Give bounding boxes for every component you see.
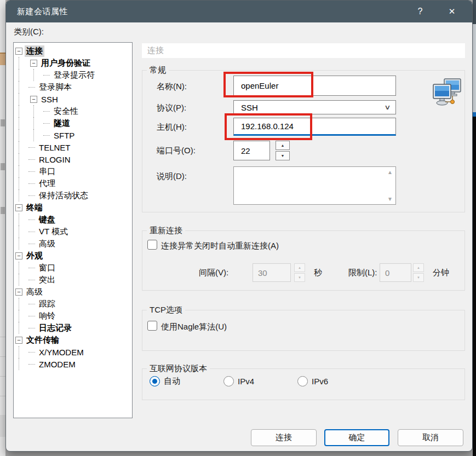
tree-branch-line [28,328,35,328]
tree-branch-line [28,183,35,184]
tree-item[interactable]: 响铃 [14,310,132,322]
ip-radio-IPv6[interactable]: IPv6 [297,376,371,386]
tree-item[interactable]: −用户身份验证 [14,57,132,69]
tree-guide-line [19,69,28,81]
category-label: 类别(C): [14,27,44,37]
description-label: 说明(D): [157,171,187,182]
tree-branch-line [28,268,35,268]
auto-reconnect-checkbox[interactable] [147,240,157,250]
scroll-up-icon[interactable]: ▲ [387,169,393,175]
tree-item[interactable]: TELNET [14,141,132,153]
tree-item[interactable]: 登录脚本 [14,81,132,93]
tree-item[interactable]: −文件传输 [14,334,132,346]
tree-item-label: 高级 [37,238,57,250]
tree-guide-line [19,105,28,117]
background-window-left-edge [0,0,5,456]
tree-branch-line [28,147,35,148]
tree-item-label: 终端 [25,202,44,213]
tree-collapse-icon[interactable]: − [15,48,22,55]
tree-branch-line [28,232,35,232]
connect-button[interactable]: 连接 [251,429,317,446]
tree-item[interactable]: ZMODEM [14,358,132,370]
limit-spin-up-icon: ▲ [413,263,424,272]
limit-spin-down-icon: ▼ [413,273,424,282]
group-reconnect-legend: 重新连接 [147,226,185,236]
host-label: 主机(H): [157,122,187,132]
tree-item[interactable]: 日志记录 [14,322,132,334]
tree-item[interactable]: SFTP [14,129,132,141]
port-spin-down-icon[interactable]: ▼ [276,151,290,160]
tree-item[interactable]: −连接 [14,45,132,57]
tree-item[interactable]: X/YMODEM [14,346,132,358]
tree-item[interactable]: −外观 [14,250,132,262]
port-spin-up-icon[interactable]: ▲ [276,141,290,150]
ip-radio-自动[interactable]: 自动 [150,376,223,386]
radio-icon[interactable] [297,376,308,386]
tree-item[interactable]: −高级 [14,286,132,298]
group-tcp-legend: TCP选项 [147,305,185,315]
dialog-titlebar[interactable]: 新建会话属性 ? ✕ [6,1,472,22]
tree-item[interactable]: 窗口 [14,262,132,274]
tree-item[interactable]: −SSH [14,93,132,105]
tree-item-label: 串口 [37,166,57,177]
protocol-select[interactable]: SSH ∨ [233,100,396,114]
ok-button[interactable]: 确定 [324,429,389,446]
scroll-down-icon[interactable]: ▼ [387,196,393,202]
tree-item[interactable]: 隧道 [14,117,132,129]
tree-item[interactable]: RLOGIN [14,153,132,165]
help-icon[interactable]: ? [408,1,433,22]
interval-unit: 秒 [314,268,322,278]
description-textarea[interactable]: ▲ ▼ [233,166,396,205]
tree-item[interactable]: 登录提示符 [14,69,132,81]
radio-icon[interactable] [150,376,160,386]
tree-item[interactable]: 保持活动状态 [14,189,132,201]
radio-label: IPv6 [312,377,328,386]
tree-item[interactable]: 跟踪 [14,298,132,310]
tree-item-label: 窗口 [37,262,57,274]
tree-item[interactable]: 键盘 [14,213,132,226]
tree-item[interactable]: 突出 [14,274,132,286]
tree-item[interactable]: VT 模式 [14,226,132,238]
tree-branch-line [43,111,50,112]
tree-item-label: 键盘 [37,214,57,226]
tree-item-label: VT 模式 [37,226,70,238]
cancel-button[interactable]: 取消 [398,429,463,446]
port-input[interactable]: 22 [233,141,270,160]
tree-collapse-icon[interactable]: − [15,204,22,211]
tree-item-label: 登录提示符 [52,70,96,81]
ip-radio-IPv4[interactable]: IPv4 [223,376,297,386]
annotation-box-name [223,72,313,97]
tree-guide-line [19,226,28,238]
tree-item[interactable]: 串口 [14,165,132,177]
network-computers-icon [432,78,463,106]
tree-collapse-icon[interactable]: − [30,60,37,67]
tree-item-label: 代理 [37,178,57,189]
tree-collapse-icon[interactable]: − [15,337,22,344]
dialog-title: 新建会话属性 [17,7,68,17]
tree-item[interactable]: 代理 [14,177,132,189]
tree-guide-line [19,262,28,274]
tree-item[interactable]: 安全性 [14,105,132,117]
tree-branch-line [28,244,35,244]
radio-label: 自动 [164,376,180,386]
tree-guide-line [19,177,28,189]
nagle-label: 使用Nagle算法(U) [161,322,227,332]
interval-label: 间隔(V): [199,268,228,278]
tree-item-label: SFTP [52,130,76,141]
tree-item[interactable]: 高级 [14,238,132,250]
category-tree[interactable]: −连接−用户身份验证登录提示符登录脚本−SSH安全性隧道SFTPTELNETRL… [13,42,133,418]
limit-unit: 分钟 [433,268,449,278]
tree-collapse-icon[interactable]: − [30,96,37,103]
tree-guide-line [19,238,28,250]
tree-collapse-icon[interactable]: − [15,288,22,296]
tree-branch-line [28,364,35,365]
tree-collapse-icon[interactable]: − [15,252,22,259]
tree-guide-line [19,310,28,322]
tree-item-label: RLOGIN [37,154,72,165]
tree-guide-line [19,322,28,334]
tree-item[interactable]: −终端 [14,201,132,213]
chevron-down-icon: ∨ [384,103,391,111]
nagle-checkbox[interactable] [147,321,157,331]
radio-icon[interactable] [223,376,234,386]
close-icon[interactable]: ✕ [439,1,464,22]
